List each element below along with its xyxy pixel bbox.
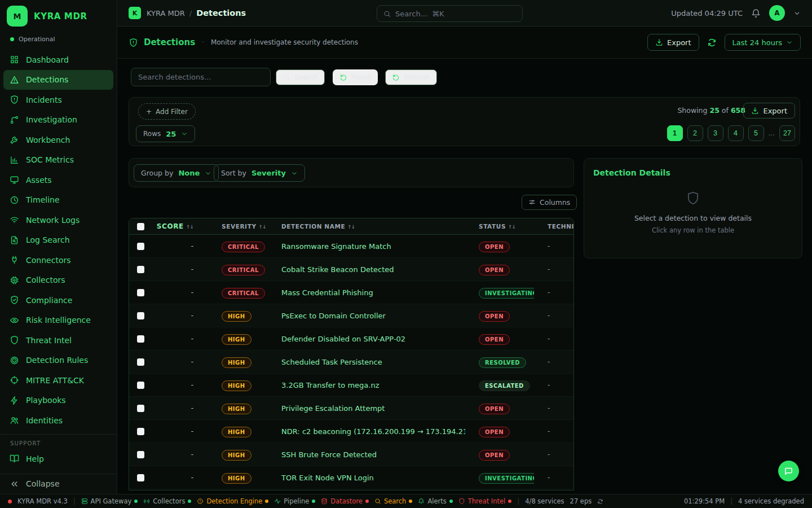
table-row[interactable]: - HIGH PsExec to Domain Controller OPEN … xyxy=(129,304,573,327)
sidebar-item-compliance[interactable]: Compliance xyxy=(0,290,117,310)
select-all-checkbox[interactable] xyxy=(137,223,144,230)
detection-name-link[interactable]: 3.2GB Transfer to mega.nz xyxy=(268,381,465,389)
page-button-5[interactable]: 5 xyxy=(748,125,764,141)
row-checkbox[interactable] xyxy=(137,312,144,319)
sidebar-item-detections[interactable]: Detections xyxy=(3,70,113,90)
detection-name-link[interactable]: TOR Exit Node VPN Login xyxy=(268,474,465,482)
table-row[interactable]: - HIGH Defender Disabled on SRV-APP-02 O… xyxy=(129,327,573,351)
sidebar-item-threat-intel[interactable]: Threat Intel xyxy=(0,330,117,351)
radar-icon xyxy=(10,356,19,365)
breadcrumb-app[interactable]: KYRA MDR xyxy=(147,9,185,17)
row-checkbox[interactable] xyxy=(137,382,144,389)
table-row[interactable]: - HIGH 3.2GB Transfer to mega.nz ESCALAT… xyxy=(129,374,573,397)
name-header[interactable]: DETECTION NAME↑↓ xyxy=(268,223,465,230)
row-checkbox[interactable] xyxy=(137,451,144,458)
sidebar-item-detection-rules[interactable]: Detection Rules xyxy=(0,351,117,371)
services-summary: 4/8 services xyxy=(525,497,564,505)
sidebar-item-incidents[interactable]: Incidents xyxy=(0,90,117,110)
table-row[interactable]: - HIGH Scheduled Task Persistence RESOLV… xyxy=(129,351,573,374)
export-button[interactable]: Export xyxy=(647,34,699,51)
group-by-select[interactable]: Group by None xyxy=(134,164,219,182)
table-row[interactable]: - HIGH Privilege Escalation Attempt OPEN… xyxy=(129,397,573,420)
detection-name-link[interactable]: Mass Credential Phishing xyxy=(268,288,465,297)
severity-badge: HIGH xyxy=(222,473,251,484)
detection-name-link[interactable]: SSH Brute Force Detected xyxy=(268,450,465,459)
details-empty-state: Select a detection to view details Click… xyxy=(593,191,793,234)
sidebar-item-identities[interactable]: Identities xyxy=(0,410,117,431)
table-row[interactable]: - HIGH TOR Exit Node VPN Login INVESTIGA… xyxy=(129,466,573,489)
notifications-bell-icon[interactable] xyxy=(751,8,761,18)
add-filter-button[interactable]: + Add Filter xyxy=(138,103,196,120)
rows-per-page-select[interactable]: Rows 25 xyxy=(136,125,195,142)
page-button-4[interactable]: 4 xyxy=(728,125,744,141)
score-cell: - xyxy=(152,265,208,273)
status-header[interactable]: STATUS↑↓ xyxy=(465,223,534,230)
sidebar-item-help[interactable]: Help xyxy=(0,449,117,469)
sort-by-select[interactable]: Sort by Severity xyxy=(214,164,305,182)
detections-search-input[interactable]: Search detections... xyxy=(131,68,271,86)
sidebar-item-log-search[interactable]: Log Search xyxy=(0,230,117,251)
page-button-3[interactable]: 3 xyxy=(708,125,723,141)
score-cell: - xyxy=(152,335,208,343)
severity-badge: HIGH xyxy=(222,380,251,391)
row-checkbox[interactable] xyxy=(137,335,144,343)
severity-header[interactable]: SEVERITY↑↓ xyxy=(208,223,268,230)
table-row[interactable]: - CRITICAL Cobalt Strike Beacon Detected… xyxy=(129,258,573,281)
sidebar-item-workbench[interactable]: Workbench xyxy=(0,130,117,150)
collapse-sidebar-button[interactable]: Collapse xyxy=(0,474,117,494)
technique-header[interactable]: TECHNIQUE xyxy=(534,223,573,230)
rotate-ccw-icon xyxy=(340,73,347,81)
detection-name-link[interactable]: NDR: c2 beaconing (172.16.200.199 → 173.… xyxy=(268,427,465,436)
global-search-input[interactable]: Search... ⌘K xyxy=(377,5,523,22)
search-button[interactable]: Search xyxy=(276,69,325,85)
detection-name-link[interactable]: Defender Disabled on SRV-APP-02 xyxy=(268,335,465,343)
row-checkbox[interactable] xyxy=(137,428,144,435)
export-results-button[interactable]: Export xyxy=(743,103,795,119)
table-row[interactable]: - CRITICAL Ransomware Signature Match OP… xyxy=(129,235,573,258)
page-button-last[interactable]: 27 xyxy=(779,125,795,141)
table-row[interactable]: - CRITICAL Mass Credential Phishing INVE… xyxy=(129,281,573,304)
sidebar-item-network-logs[interactable]: Network Logs xyxy=(0,210,117,230)
row-checkbox[interactable] xyxy=(137,358,144,366)
table-row[interactable]: - HIGH SSH Brute Force Detected OPEN - xyxy=(129,443,573,466)
local-time: 01:29:54 PM xyxy=(684,497,725,505)
time-range-dropdown[interactable]: Last 24 hours xyxy=(725,34,801,51)
sidebar-item-connectors[interactable]: Connectors xyxy=(0,250,117,270)
chat-fab-button[interactable] xyxy=(778,461,799,481)
row-checkbox[interactable] xyxy=(137,266,144,273)
detection-name-link[interactable]: PsExec to Domain Controller xyxy=(268,312,465,320)
detection-name-link[interactable]: Privilege Escalation Attempt xyxy=(268,404,465,413)
sidebar-item-collectors[interactable]: Collectors xyxy=(0,270,117,291)
page-button-2[interactable]: 2 xyxy=(687,125,703,141)
empty-state-title: Select a detection to view details xyxy=(593,214,793,222)
detection-name-link[interactable]: Ransomware Signature Match xyxy=(268,242,465,251)
reset-button[interactable]: Reset xyxy=(333,69,378,85)
page-button-1[interactable]: 1 xyxy=(667,125,683,141)
table-row[interactable]: - HIGH NDR: c2 beaconing (172.16.200.199… xyxy=(129,420,573,443)
row-checkbox[interactable] xyxy=(137,474,144,481)
columns-button[interactable]: Columns xyxy=(522,195,577,210)
sidebar-item-investigation[interactable]: Investigation xyxy=(0,110,117,130)
sidebar-item-mitre-attck[interactable]: MITRE ATT&CK xyxy=(0,370,117,391)
user-menu-chevron-icon[interactable] xyxy=(793,10,801,17)
detection-name-link[interactable]: Scheduled Task Persistence xyxy=(268,358,465,366)
sidebar-item-dashboard[interactable]: Dashboard xyxy=(0,50,117,70)
row-checkbox[interactable] xyxy=(137,405,144,412)
detection-name-link[interactable]: Cobalt Strike Beacon Detected xyxy=(268,265,465,274)
refresh-button[interactable]: Refresh xyxy=(385,69,437,85)
sidebar-item-timeline[interactable]: Timeline xyxy=(0,190,117,211)
sort-arrows-icon: ↑↓ xyxy=(186,224,193,230)
refresh-icon[interactable] xyxy=(707,38,717,47)
content-area: Search detections... Search Reset Refres… xyxy=(117,59,812,494)
user-avatar[interactable]: A xyxy=(769,5,785,21)
sidebar-item-risk-intelligence[interactable]: Risk Intelligence xyxy=(0,310,117,331)
sidebar-item-soc-metrics[interactable]: SOC Metrics xyxy=(0,150,117,170)
row-checkbox[interactable] xyxy=(137,243,144,250)
sidebar-item-playbooks[interactable]: Playbooks xyxy=(0,391,117,411)
chevrons-left-icon xyxy=(10,479,19,489)
score-cell: - xyxy=(152,427,208,435)
score-header[interactable]: SCORE↑↓ xyxy=(152,222,208,230)
sidebar-item-assets[interactable]: Assets xyxy=(0,170,117,190)
app-version: KYRA MDR v4.3 xyxy=(17,497,68,505)
row-checkbox[interactable] xyxy=(137,289,144,296)
